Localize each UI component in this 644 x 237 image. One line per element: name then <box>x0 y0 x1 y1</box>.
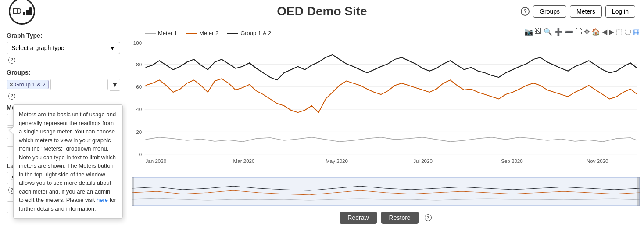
x-label-mar: Mar 2020 <box>233 158 255 164</box>
y-label-100: 100 <box>133 40 142 46</box>
graph-type-dropdown[interactable]: Select a graph type ▼ <box>7 42 120 54</box>
zoom-out-icon[interactable]: ➖ <box>565 28 573 37</box>
svg-rect-9 <box>637 177 640 206</box>
group-line <box>146 55 637 80</box>
graph-type-caret: ▼ <box>109 44 115 51</box>
group-tag-remove[interactable]: × <box>10 81 13 88</box>
navigator-svg <box>132 177 640 206</box>
x-label-may: May 2020 <box>326 158 348 164</box>
lasso-icon[interactable]: 〇 <box>624 28 631 37</box>
graph-type-value: Select a graph type <box>11 44 64 51</box>
logo-bars <box>23 7 32 15</box>
page-title: OED Demo Site <box>277 4 367 18</box>
select-icon[interactable]: ⬚ <box>616 28 623 37</box>
svg-rect-7 <box>132 177 640 206</box>
main-content: Graph Type: Select a graph type ▼ ? Grou… <box>0 23 644 227</box>
y-label-40: 40 <box>136 107 142 112</box>
groups-help-row: ? <box>7 93 120 100</box>
groups-search-input[interactable] <box>50 79 108 90</box>
legend-group-label: Group 1 & 2 <box>240 30 271 36</box>
svg-rect-8 <box>132 177 134 206</box>
popover-text-1: Meters are the basic unit of usage and g… <box>19 111 116 203</box>
y-label-0: 0 <box>139 152 142 157</box>
graph-type-help[interactable]: ? <box>8 57 15 64</box>
help-icon[interactable]: ? <box>521 7 530 16</box>
meter2-line <box>146 79 637 112</box>
sidebar: Graph Type: Select a graph type ▼ ? Grou… <box>0 23 127 227</box>
legend-group: Group 1 & 2 <box>227 30 271 36</box>
y-label-60: 60 <box>136 84 142 90</box>
x-label-nov: Nov 2020 <box>587 158 608 164</box>
restore-button[interactable]: Restore <box>381 212 419 224</box>
groups-label: Groups: <box>7 69 120 76</box>
y-label-80: 80 <box>136 62 142 67</box>
logo-circle: ED <box>9 0 35 25</box>
chart-legend: Meter 1 Meter 2 Group 1 & 2 📷 🖼 🔍 ➕ ➖ ⛶ … <box>132 28 640 39</box>
graph-type-label: Graph Type: <box>7 32 120 39</box>
back-icon[interactable]: ◀ <box>602 28 607 37</box>
y-label-20: 20 <box>136 129 142 135</box>
x-label-jan: Jan 2020 <box>146 158 167 164</box>
add-icon[interactable]: ➕ <box>554 28 563 37</box>
group-tag-label: Group 1 & 2 <box>15 81 46 88</box>
zoom-in-icon[interactable]: 🔍 <box>544 28 552 37</box>
camera-icon[interactable]: 📷 <box>524 28 533 37</box>
chart-area: Meter 1 Meter 2 Group 1 & 2 📷 🖼 🔍 ➕ ➖ ⛶ … <box>127 23 644 227</box>
popover-link[interactable]: here <box>97 197 108 203</box>
meters-popover: Meters are the basic unit of usage and g… <box>13 104 123 219</box>
legend-meter2: Meter 2 <box>186 30 218 36</box>
groups-input-wrap <box>50 79 108 90</box>
aspect-icon[interactable]: ⛶ <box>575 28 582 37</box>
header: ED OED Demo Site ? Groups Meters Log in <box>0 0 644 23</box>
header-actions: ? Groups Meters Log in <box>521 5 635 18</box>
group-tag: × Group 1 & 2 <box>7 80 49 89</box>
meters-button[interactable]: Meters <box>570 5 602 18</box>
popover-arrow <box>10 127 14 134</box>
legend-meter1-label: Meter 1 <box>158 30 177 36</box>
x-label-sep: Sep 2020 <box>501 158 523 164</box>
main-chart-svg: 100 80 60 40 20 0 Jan 2020 Mar 2020 May … <box>132 40 640 176</box>
chart-controls-help[interactable]: ? <box>425 214 432 221</box>
chart-controls: Redraw Restore ? <box>132 208 640 227</box>
legend-meter1: Meter 1 <box>145 30 177 36</box>
groups-input-row: × Group 1 & 2 ▼ <box>7 79 120 91</box>
login-button[interactable]: Log in <box>605 5 635 18</box>
legend-meter1-line <box>145 33 156 34</box>
forward-icon[interactable]: ▶ <box>609 28 614 37</box>
image-icon[interactable]: 🖼 <box>535 28 542 37</box>
main-chart-container: 100 80 60 40 20 0 Jan 2020 Mar 2020 May … <box>132 40 640 176</box>
groups-button[interactable]: Groups <box>533 5 566 18</box>
pan-icon[interactable]: ✥ <box>584 28 590 37</box>
legend-group-line <box>227 33 238 34</box>
groups-dropdown-btn[interactable]: ▼ <box>110 79 120 91</box>
logo: ED <box>9 0 35 25</box>
redraw-button[interactable]: Redraw <box>340 212 376 224</box>
home-icon[interactable]: 🏠 <box>591 28 600 37</box>
logo-text: ED <box>12 7 21 15</box>
meter1-line <box>146 137 637 142</box>
logo-bar-2 <box>26 10 29 15</box>
legend-meter2-label: Meter 2 <box>199 30 218 36</box>
bar-chart-icon[interactable]: ▦ <box>633 28 640 37</box>
logo-bar-1 <box>23 12 25 15</box>
legend-meter2-line <box>186 33 197 34</box>
logo-bar-3 <box>29 7 32 15</box>
x-label-jul: Jul 2020 <box>413 158 433 164</box>
groups-help-icon[interactable]: ? <box>8 93 15 100</box>
chart-toolbar: 📷 🖼 🔍 ➕ ➖ ⛶ ✥ 🏠 ◀ ▶ ⬚ 〇 ▦ <box>524 28 640 37</box>
navigator-chart[interactable] <box>132 177 640 208</box>
